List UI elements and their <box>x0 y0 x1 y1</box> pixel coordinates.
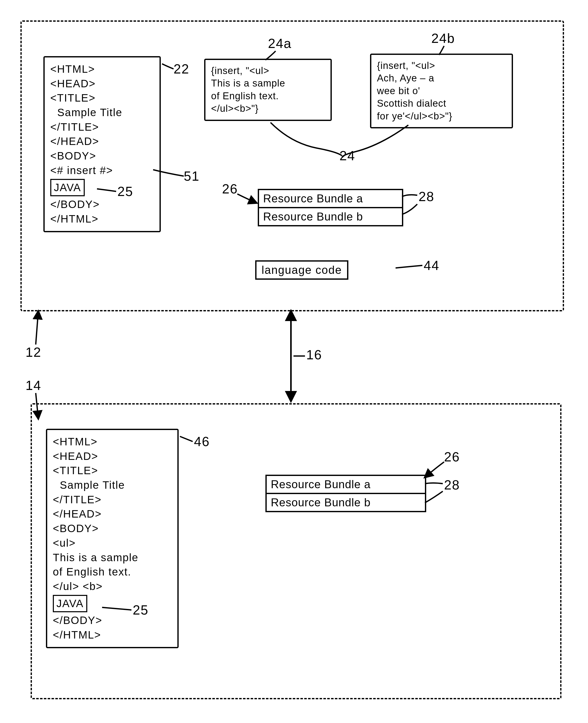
box-46-rendered-html: <HTML> <HEAD> <TITLE> Sample Title </TIT… <box>46 429 178 648</box>
ref-25: 25 <box>133 602 149 618</box>
ref-28: 28 <box>419 189 434 204</box>
ref-51: 51 <box>184 168 200 184</box>
ref-24: 24 <box>339 148 355 163</box>
ref-16: 16 <box>306 347 322 362</box>
ref-28: 28 <box>444 477 460 492</box>
bundle-line: This is a sample <box>211 77 325 90</box>
code-line: </ul> <b> <box>53 579 172 594</box>
code-line: This is a sample <box>53 551 172 565</box>
ref-14: 14 <box>25 378 41 393</box>
box-22-html-template: <HTML> <HEAD> <TITLE> Sample Title </TIT… <box>43 56 161 232</box>
diagram-canvas: <HTML> <HEAD> <TITLE> Sample Title </TIT… <box>10 10 578 713</box>
java-applet-box: JAVA <box>53 595 87 613</box>
java-applet-box: JAVA <box>50 179 85 196</box>
ref-22: 22 <box>173 61 189 77</box>
bundle-row-a: Resource Bundle a <box>267 476 425 494</box>
ref-12: 12 <box>25 344 41 360</box>
code-line: </HEAD> <box>53 507 172 522</box>
code-line: <BODY> <box>50 149 154 163</box>
code-line: <TITLE> <box>50 91 154 105</box>
ref-24a: 24a <box>268 36 292 51</box>
code-line: of English text. <box>53 565 172 579</box>
box-24a-english-bundle: {insert, "<ul> This is a sample of Engli… <box>204 59 332 121</box>
bundle-line: Scottish dialect <box>377 97 506 110</box>
bundle-row-a: Resource Bundle a <box>259 190 402 208</box>
code-line: </TITLE> <box>53 492 172 507</box>
bundle-table-bottom: Resource Bundle a Resource Bundle b <box>266 475 426 512</box>
bundle-row-b: Resource Bundle b <box>259 208 402 225</box>
ref-44: 44 <box>424 258 439 273</box>
code-line: </HEAD> <box>50 134 154 149</box>
code-line: Sample Title <box>53 478 172 492</box>
box-24b-scottish-bundle: {insert, "<ul> Ach, Aye – a wee bit o' S… <box>370 54 513 128</box>
bundle-line: Ach, Aye – a <box>377 72 506 84</box>
code-line: <HTML> <box>53 434 172 449</box>
code-line: <TITLE> <box>53 464 172 478</box>
code-line-insert: <# insert #> <box>50 163 154 178</box>
ref-24b: 24b <box>431 30 455 46</box>
code-line: </HTML> <box>53 628 172 642</box>
bundle-line: {insert, "<ul> <box>211 65 325 77</box>
code-line: Sample Title <box>50 105 154 120</box>
ref-26: 26 <box>222 181 238 196</box>
code-line: </BODY> <box>53 613 172 628</box>
code-line: </HTML> <box>50 212 154 226</box>
language-code-box: language code <box>255 260 348 280</box>
bundle-line: {insert, "<ul> <box>377 60 506 72</box>
code-line: <HEAD> <box>53 449 172 464</box>
bundle-line: of English text. <box>211 90 325 102</box>
bundle-row-b: Resource Bundle b <box>267 494 425 511</box>
bundle-line: for ye'</ul><b>"} <box>377 110 506 123</box>
code-line: <HEAD> <box>50 77 154 91</box>
ref-26: 26 <box>444 449 460 465</box>
bundle-line: </ul><b>"} <box>211 102 325 115</box>
code-line: </BODY> <box>50 197 154 212</box>
code-line: <ul> <box>53 536 172 551</box>
code-line: <HTML> <box>50 62 154 77</box>
ref-25: 25 <box>118 184 133 199</box>
code-line: </TITLE> <box>50 120 154 134</box>
ref-46: 46 <box>194 434 210 449</box>
bundle-line: wee bit o' <box>377 85 506 97</box>
code-line: <BODY> <box>53 522 172 536</box>
bundle-table-top: Resource Bundle a Resource Bundle b <box>258 189 403 226</box>
